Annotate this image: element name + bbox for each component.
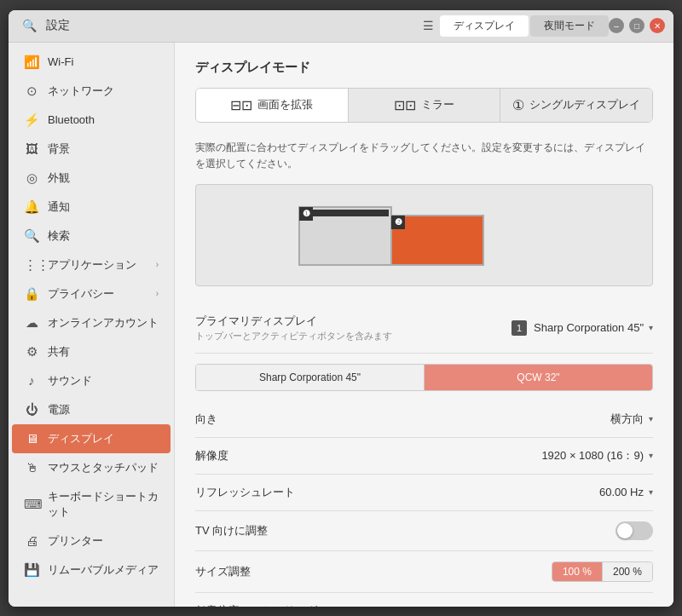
scaling-row: 任意倍率のスケーリング 消費電力の増加、速度の低下、ディスプレイのシャープネスの… xyxy=(195,593,653,607)
display-canvas: ❶ ❷ xyxy=(195,184,653,286)
tv-adjust-toggle[interactable] xyxy=(616,521,653,540)
sidebar-item-display[interactable]: 🖥 ディスプレイ xyxy=(12,424,170,453)
refresh-dropdown[interactable]: 60.00 Hz ▾ xyxy=(599,486,653,498)
sidebar-item-keyboard[interactable]: ⌨ キーボードショートカット xyxy=(12,482,170,527)
sound-icon: ♪ xyxy=(24,373,39,388)
sidebar-item-appearance[interactable]: ◎ 外観 xyxy=(12,164,170,193)
close-button[interactable]: ✕ xyxy=(650,18,665,33)
extend-icon: ⊟⊡ xyxy=(230,97,252,113)
sidebar: 📶 Wi-Fi ⊙ ネットワーク ⚡ Bluetooth 🖼 背景 ◎ 外観 xyxy=(9,43,175,607)
resolution-dropdown-arrow: ▾ xyxy=(649,451,653,460)
resolution-dropdown[interactable]: 1920 × 1080 (16：9) ▾ xyxy=(541,448,653,463)
sidebar-label-keyboard: キーボードショートカット xyxy=(48,489,159,520)
sidebar-item-power[interactable]: ⏻ 電源 xyxy=(12,395,170,424)
size-adjust-label: サイズ調整 xyxy=(195,564,552,579)
sidebar-label-applications: アプリケーション xyxy=(48,257,147,273)
primary-display-label: プライマリディスプレイ トップバーとアクティビティボタンを含みます xyxy=(195,314,512,343)
primary-display-row: プライマリディスプレイ トップバーとアクティビティボタンを含みます 1 Shar… xyxy=(195,303,653,354)
display-tab-1[interactable]: Sharp Corporation 45" xyxy=(196,365,425,390)
window-title: 設定 xyxy=(46,18,416,33)
bluetooth-icon: ⚡ xyxy=(24,112,39,128)
primary-display-dropdown-arrow: ▾ xyxy=(649,323,653,332)
printer-icon: 🖨 xyxy=(24,533,39,548)
primary-display-dropdown-value: Sharp Corporation 45" xyxy=(534,321,644,334)
display-tabs: Sharp Corporation 45" QCW 32" xyxy=(195,364,653,391)
maximize-button[interactable]: □ xyxy=(629,18,644,33)
sidebar-item-mouse[interactable]: 🖱 マウスとタッチパッド xyxy=(12,453,170,482)
sidebar-item-printer[interactable]: 🖨 プリンター xyxy=(12,527,170,556)
settings-window: 🔍 設定 ☰ ディスプレイ 夜間モード – □ ✕ 📶 Wi-Fi ⊙ ネットワ… xyxy=(9,10,673,607)
sidebar-label-power: 電源 xyxy=(48,402,159,417)
applications-arrow-icon: › xyxy=(156,260,159,269)
display-icon: 🖥 xyxy=(24,431,39,446)
orientation-value: 横方向 ▾ xyxy=(610,412,653,427)
single-icon: ① xyxy=(512,97,524,113)
tv-adjust-row: TV 向けに調整 xyxy=(195,511,653,551)
monitor-1[interactable]: ❶ xyxy=(298,206,392,266)
appearance-icon: ◎ xyxy=(24,170,39,186)
size-buttons: 100 % 200 % xyxy=(552,561,653,582)
sidebar-item-online[interactable]: ☁ オンラインアカウント xyxy=(12,308,170,337)
minimize-button[interactable]: – xyxy=(609,18,624,33)
sidebar-item-sharing[interactable]: ⚙ 共有 xyxy=(12,337,170,366)
menu-icon[interactable]: ☰ xyxy=(416,14,440,37)
sidebar-label-sound: サウンド xyxy=(48,373,159,389)
orientation-dropdown-value: 横方向 xyxy=(610,412,644,427)
sidebar-item-removable[interactable]: 💾 リムーバブルメディア xyxy=(12,556,170,584)
size-btn-100[interactable]: 100 % xyxy=(552,562,603,581)
resolution-row: 解像度 1920 × 1080 (16：9) ▾ xyxy=(195,438,653,475)
tv-adjust-toggle-knob xyxy=(617,523,633,538)
refresh-value: 60.00 Hz ▾ xyxy=(599,486,653,498)
sidebar-item-wifi[interactable]: 📶 Wi-Fi xyxy=(12,48,170,77)
display-tab-2[interactable]: QCW 32" xyxy=(425,365,652,390)
search-icon[interactable]: 🔍 xyxy=(17,14,41,37)
orientation-main-label: 向き xyxy=(195,412,610,427)
sidebar-label-search: 検索 xyxy=(48,228,159,244)
size-adjust-value: 100 % 200 % xyxy=(552,561,653,582)
description-text: 実際の配置に合わせてディスプレイをドラッグしてください。設定を変更するには、ディ… xyxy=(195,140,653,172)
orientation-dropdown-arrow: ▾ xyxy=(649,414,653,423)
single-label: シングルディスプレイ xyxy=(529,97,640,112)
titlebar-tabs: ディスプレイ 夜間モード xyxy=(440,15,609,37)
tab-night-mode[interactable]: 夜間モード xyxy=(530,15,609,37)
refresh-label: リフレッシュレート xyxy=(195,485,599,500)
mode-single-button[interactable]: ① シングルディスプレイ xyxy=(500,89,652,122)
notifications-icon: 🔔 xyxy=(24,199,39,215)
content-area: 📶 Wi-Fi ⊙ ネットワーク ⚡ Bluetooth 🖼 背景 ◎ 外観 xyxy=(9,43,673,607)
main-content: ディスプレイモード ⊟⊡ 画面を拡張 ⊡⊡ ミラー ① シングルディスプレイ 実… xyxy=(175,43,673,607)
sidebar-item-notifications[interactable]: 🔔 通知 xyxy=(12,193,170,222)
sidebar-item-bluetooth[interactable]: ⚡ Bluetooth xyxy=(12,106,170,135)
sidebar-item-privacy[interactable]: 🔒 プライバシー › xyxy=(12,279,170,308)
primary-display-number: 1 xyxy=(512,320,527,336)
tv-adjust-label: TV 向けに調整 xyxy=(195,523,616,538)
refresh-row: リフレッシュレート 60.00 Hz ▾ xyxy=(195,475,653,511)
sidebar-label-bluetooth: Bluetooth xyxy=(48,113,159,126)
resolution-label: 解像度 xyxy=(195,448,541,463)
monitor-2[interactable]: ❷ xyxy=(390,215,484,266)
sidebar-label-sharing: 共有 xyxy=(48,344,159,360)
sidebar-label-privacy: プライバシー xyxy=(48,286,147,302)
scaling-main-label: 任意倍率のスケーリング xyxy=(195,603,616,607)
orientation-dropdown[interactable]: 横方向 ▾ xyxy=(610,412,653,427)
resolution-main-label: 解像度 xyxy=(195,448,541,463)
mode-extend-button[interactable]: ⊟⊡ 画面を拡張 xyxy=(196,89,349,122)
sidebar-item-search[interactable]: 🔍 検索 xyxy=(12,222,170,250)
mode-mirror-button[interactable]: ⊡⊡ ミラー xyxy=(349,89,501,122)
tv-adjust-value xyxy=(616,521,653,540)
sidebar-label-online: オンラインアカウント xyxy=(48,315,159,331)
sidebar-label-printer: プリンター xyxy=(48,533,159,549)
privacy-icon: 🔒 xyxy=(24,286,39,302)
size-btn-200[interactable]: 200 % xyxy=(603,562,652,581)
privacy-arrow-icon: › xyxy=(156,289,159,298)
sidebar-item-sound[interactable]: ♪ サウンド xyxy=(12,366,170,395)
extend-label: 画面を拡張 xyxy=(257,97,313,112)
mouse-icon: 🖱 xyxy=(24,460,39,475)
network-icon: ⊙ xyxy=(24,83,39,99)
scaling-label: 任意倍率のスケーリング 消費電力の増加、速度の低下、ディスプレイのシャープネスの… xyxy=(195,603,616,607)
tab-display[interactable]: ディスプレイ xyxy=(440,15,529,37)
primary-display-dropdown[interactable]: Sharp Corporation 45" ▾ xyxy=(534,321,653,334)
sidebar-item-network[interactable]: ⊙ ネットワーク xyxy=(12,77,170,106)
primary-display-main-label: プライマリディスプレイ xyxy=(195,314,512,329)
sidebar-item-background[interactable]: 🖼 背景 xyxy=(12,135,170,164)
sidebar-item-applications[interactable]: ⋮⋮ アプリケーション › xyxy=(12,250,170,279)
